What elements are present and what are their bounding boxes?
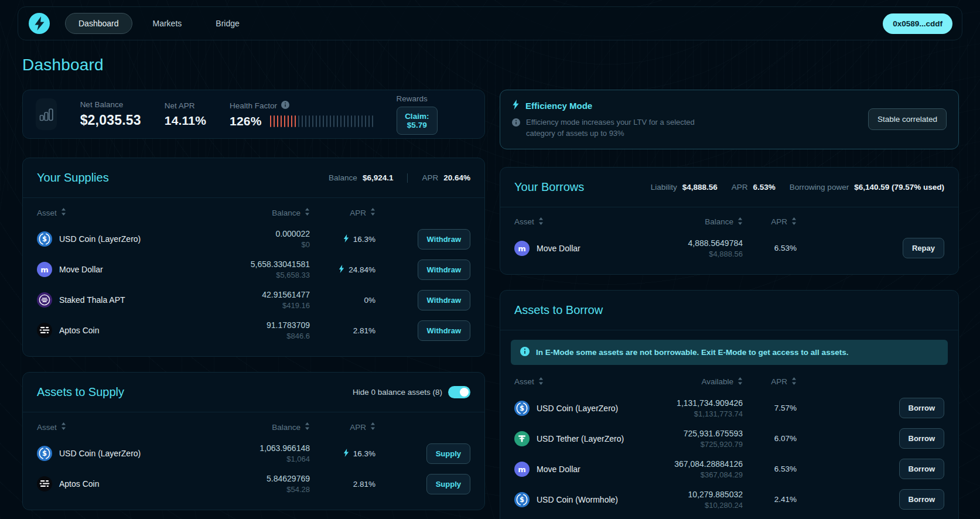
- sort-icon: [791, 377, 797, 387]
- table-header: AssetBalanceAPR: [37, 202, 470, 224]
- net-apr-value: 14.11%: [165, 114, 206, 128]
- supplies-summary-stats: Balance$6,924.1APR20.64%: [329, 173, 470, 183]
- usdc-icon: $: [37, 231, 52, 247]
- column-header-apr[interactable]: APR: [310, 422, 375, 432]
- withdraw-button[interactable]: Withdraw: [418, 260, 470, 280]
- table-row: Aptos Coin5.84629769$54.282.81%Supply: [37, 469, 470, 499]
- asset-amount: 10,279.885032: [626, 490, 743, 499]
- usdc-icon: $: [514, 401, 530, 416]
- asset-amount: 367,084.28884126: [626, 459, 743, 469]
- boosted-apr-bolt-icon: [343, 234, 349, 244]
- table-header: AssetAvailableAPR: [514, 371, 944, 393]
- withdraw-button[interactable]: Withdraw: [418, 229, 470, 250]
- column-header-apr[interactable]: APR: [743, 377, 797, 387]
- usdc-wormhole-icon: $: [514, 492, 530, 507]
- tab-dashboard[interactable]: Dashboard: [65, 13, 132, 34]
- column-header-apr[interactable]: APR: [743, 217, 797, 227]
- net-balance-value: $2,035.53: [80, 112, 141, 128]
- usdc-icon: $: [37, 446, 52, 461]
- borrow-button[interactable]: Borrow: [899, 489, 945, 510]
- asset-amount: 725,931.675593: [626, 429, 743, 438]
- asset-usd-value: $0: [222, 240, 310, 249]
- column-header-balance[interactable]: Balance: [626, 217, 743, 227]
- stable-correlated-button[interactable]: Stable correlated: [868, 108, 947, 130]
- assets-to-supply-panel: Assets to Supply Hide 0 balance assets (…: [22, 372, 485, 510]
- borrow-button[interactable]: Borrow: [899, 428, 945, 449]
- sort-icon: [737, 377, 743, 387]
- column-header-apr[interactable]: APR: [310, 208, 375, 217]
- sort-icon: [538, 217, 544, 227]
- asset-amount: 42.91561477: [222, 290, 310, 299]
- table-row: $USD Coin (Wormhole)10,279.885032$10,280…: [514, 484, 944, 515]
- supply-button[interactable]: Supply: [426, 443, 470, 464]
- column-header-available[interactable]: Available: [626, 377, 743, 387]
- column-header-balance[interactable]: Balance: [222, 422, 310, 432]
- table-header: AssetBalanceAPR: [37, 416, 470, 438]
- withdraw-button[interactable]: Withdraw: [418, 290, 470, 310]
- assets-to-borrow-title: Assets to Borrow: [514, 303, 603, 317]
- move-dollar-icon: m: [514, 241, 530, 256]
- wallet-address-button[interactable]: 0x0589...cddf: [883, 13, 952, 34]
- borrows-summary-stats: Liability$4,888.56APR6.53%Borrowing powe…: [651, 183, 944, 192]
- asset-usd-value: $4,888.56: [626, 250, 743, 258]
- hide-zero-balance-label: Hide 0 balance assets (8): [353, 388, 442, 397]
- asset-usd-value: $725,920.79: [626, 440, 743, 449]
- supply-button[interactable]: Supply: [426, 474, 470, 494]
- table-row: $USD Coin (LayerZero)1,063.966148$1,0641…: [37, 438, 470, 469]
- asset-name: Aptos Coin: [59, 326, 99, 335]
- asset-usd-value: $54.28: [222, 485, 310, 494]
- asset-name: USD Coin (Wormhole): [537, 495, 618, 504]
- asset-name: USD Coin (LayerZero): [537, 404, 618, 413]
- top-nav: DashboardMarketsBridge 0x0589...cddf: [18, 6, 962, 40]
- aptos-icon: [37, 476, 52, 491]
- your-borrows-title: Your Borrows: [514, 180, 584, 194]
- apr-value: 16.3%: [353, 449, 375, 458]
- page-title: Dashboard: [22, 56, 980, 74]
- tab-markets[interactable]: Markets: [139, 13, 196, 34]
- asset-usd-value: $1,131,773.74: [626, 409, 743, 418]
- aptos-icon: [37, 323, 52, 338]
- sort-icon: [305, 208, 310, 217]
- health-factor-label: Health Factor: [230, 101, 277, 110]
- efficiency-mode-card: Efficiency Mode Efficiency mode increase…: [500, 90, 959, 149]
- nav-tabs: DashboardMarketsBridge: [65, 13, 253, 34]
- net-balance-label: Net Balance: [80, 100, 141, 109]
- health-factor-value: 126%: [230, 114, 262, 128]
- app-logo[interactable]: [29, 13, 50, 34]
- boosted-apr-bolt-icon: [339, 265, 344, 275]
- borrows-table: AssetBalanceAPRmMove Dollar4,888.5649784…: [500, 207, 958, 274]
- emode-notice-banner: In E-Mode some assets are not borrowable…: [511, 340, 948, 365]
- hide-zero-balance-toggle[interactable]: [448, 386, 470, 398]
- repay-button[interactable]: Repay: [903, 238, 944, 258]
- assets-to-borrow-panel: Assets to Borrow In E-Mode some assets a…: [500, 290, 959, 519]
- column-header-asset[interactable]: Asset: [514, 377, 626, 387]
- asset-usd-value: $846.6: [222, 332, 310, 340]
- sort-icon: [538, 377, 544, 387]
- sort-icon: [370, 208, 375, 217]
- sort-icon: [61, 422, 66, 432]
- asset-name: Staked Thala APT: [59, 295, 125, 305]
- svg-text:$: $: [520, 404, 524, 412]
- borrow-button[interactable]: Borrow: [899, 398, 945, 418]
- sort-icon: [737, 217, 743, 227]
- tab-bridge[interactable]: Bridge: [202, 13, 252, 34]
- column-header-asset[interactable]: Asset: [37, 422, 222, 432]
- net-balance-stat: Net Balance $2,035.53: [80, 100, 141, 128]
- table-row: Aptos Coin91.1783709$846.62.81%Withdraw: [37, 315, 470, 346]
- thala-icon: [37, 292, 52, 308]
- stat-borrowing-power: Borrowing power$6,140.59 (79.57% used): [790, 183, 944, 192]
- stat-apr: APR6.53%: [732, 183, 776, 192]
- borrow-button[interactable]: Borrow: [899, 459, 945, 479]
- sort-icon: [61, 208, 66, 217]
- column-header-asset[interactable]: Asset: [37, 208, 222, 217]
- asset-name: Move Dollar: [537, 465, 581, 474]
- health-factor-stat: Health Factor 126%: [230, 101, 373, 128]
- asset-usd-value: $1,064: [222, 455, 310, 463]
- column-header-balance[interactable]: Balance: [222, 208, 310, 217]
- withdraw-button[interactable]: Withdraw: [418, 320, 470, 341]
- info-icon[interactable]: [281, 101, 289, 111]
- claim-rewards-button[interactable]: Claim: $5.79: [397, 107, 438, 135]
- asset-amount: 1,063.966148: [222, 443, 310, 453]
- column-header-asset[interactable]: Asset: [514, 217, 626, 227]
- apr-value: 0%: [364, 296, 375, 305]
